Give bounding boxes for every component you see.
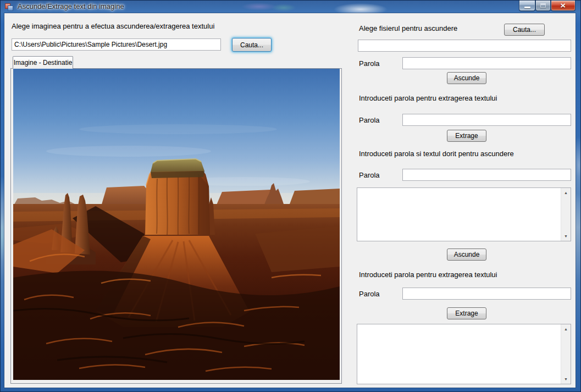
browse-image-button[interactable]: Cauta...: [232, 38, 272, 52]
desert-image: [13, 69, 340, 380]
maximize-button: [535, 1, 551, 11]
hide-text-password-label: Parola: [359, 171, 380, 179]
window-title: Ascunde/Extrage text din imagine: [18, 2, 124, 10]
client-area: Alege imaginea pentru a efectua ascunder…: [4, 13, 576, 388]
hide-text-scrollbar[interactable]: ▲ ▼: [561, 188, 571, 241]
hide-file-password-input[interactable]: [402, 57, 571, 69]
extract-text-scrollbar[interactable]: ▲ ▼: [561, 324, 571, 384]
minimize-button[interactable]: [519, 1, 535, 11]
scroll-up-icon[interactable]: ▲: [561, 324, 571, 334]
extract-text-instruction: Introduceti parola pentru extragerea tex…: [359, 270, 497, 279]
browse-file-button[interactable]: Cauta...: [504, 24, 545, 36]
scroll-down-icon[interactable]: ▼: [561, 231, 571, 241]
image-tab-page: [10, 68, 342, 384]
tab-label: Imagine - Destinatie: [14, 59, 73, 67]
hide-file-action-button[interactable]: Ascunde: [447, 72, 486, 84]
app-window: Ascunde/Extrage text din imagine × Alege…: [0, 0, 581, 392]
scroll-up-icon[interactable]: ▲: [561, 188, 571, 197]
close-icon: ×: [561, 1, 566, 10]
window-controls: ×: [519, 1, 576, 11]
image-path-input[interactable]: [12, 38, 221, 51]
hide-text-textbox: ▲ ▼: [357, 187, 571, 241]
extract-text-action-button[interactable]: Extrage: [447, 307, 486, 319]
tab-imagine-destinatie[interactable]: Imagine - Destinatie: [13, 56, 73, 69]
hide-file-instruction: Alege fisierul pentru ascundere: [359, 24, 457, 32]
hide-text-instruction: Introduceti parola si textul dorit pentr…: [359, 150, 514, 158]
extract-file-password-input[interactable]: [402, 114, 571, 126]
extract-text-password-input[interactable]: [402, 288, 571, 300]
maximize-icon: [540, 3, 546, 8]
extract-text-password-label: Parola: [359, 290, 380, 298]
titlebar[interactable]: Ascunde/Extrage text din imagine ×: [1, 1, 580, 13]
extract-file-password-label: Parola: [359, 116, 380, 124]
hide-file-path-input[interactable]: [358, 40, 571, 52]
extract-text-output[interactable]: [357, 324, 561, 384]
extract-text-textbox: ▲ ▼: [357, 324, 571, 384]
choose-image-instruction: Alege imaginea pentru a efectua ascunder…: [12, 22, 214, 30]
extract-file-action-button[interactable]: Extrage: [447, 130, 486, 142]
app-icon: [4, 2, 13, 11]
hide-text-input[interactable]: [357, 188, 561, 241]
extract-file-instruction: Introduceti parola pentru extragerea tex…: [359, 94, 497, 102]
hide-text-action-button[interactable]: Ascunde: [447, 249, 486, 261]
scroll-down-icon[interactable]: ▼: [561, 374, 571, 384]
minimize-icon: [524, 7, 530, 8]
hide-file-password-label: Parola: [359, 59, 380, 68]
hide-text-password-input[interactable]: [402, 169, 571, 181]
app-icon-blue-square: [8, 5, 13, 11]
close-button[interactable]: ×: [551, 1, 576, 11]
